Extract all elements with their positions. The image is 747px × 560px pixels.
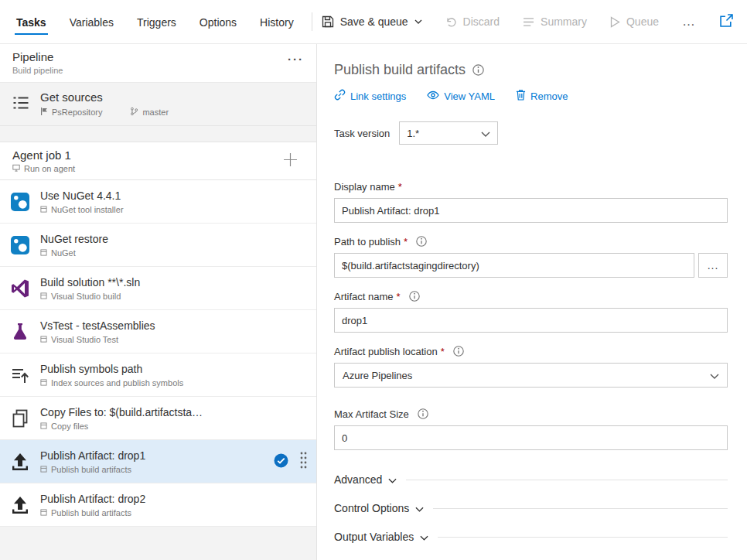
nuget-icon [0,235,40,255]
add-task-button[interactable] [283,152,304,169]
chevron-down-icon [481,128,490,139]
summary-list-icon [523,17,534,27]
path-to-publish-input[interactable] [334,253,694,278]
field-artifact-name: Artifact name * [334,290,728,333]
task-subtitle: Copy files [51,422,88,431]
task-title: Publish Artifact: drop1 [40,449,145,462]
display-name-label: Display name [334,181,395,193]
task-type-icon [40,422,47,431]
task-subtitle: Index sources and publish symbols [51,378,183,388]
fullscreen-expand-icon[interactable] [720,14,733,29]
browse-path-button[interactable]: ... [698,253,728,278]
link-settings-button[interactable]: Link settings [334,89,406,103]
section-advanced[interactable]: Advanced [334,472,728,487]
top-bar: Tasks Variables Triggers Options History… [0,0,747,44]
eye-icon [427,90,439,102]
link-icon [334,89,346,103]
tab-variables[interactable]: Variables [58,0,125,43]
field-display-name: Display name * [334,180,728,223]
task-item-vstest[interactable]: VsTest - testAssemblies Visual Studio Te… [0,310,316,353]
task-subtitle: Publish build artifacts [51,465,131,474]
task-title: Copy Files to: $(build.artifactsta… [40,406,203,418]
more-actions-button[interactable]: … [682,14,696,29]
pipeline-more-button[interactable]: ··· [288,50,304,65]
task-item-publish-artifact-drop1[interactable]: Publish Artifact: drop1 Publish build ar… [0,440,316,483]
agent-job-header[interactable]: Agent job 1 Run on agent [0,142,316,180]
title-info-icon[interactable] [472,64,484,76]
discard-button[interactable]: Discard [445,15,500,28]
publish-symbols-icon [0,365,40,385]
task-item-publish-artifact-drop2[interactable]: Publish Artifact: drop2 Publish build ar… [0,483,316,527]
field-path-to-publish: Path to publish * ... [334,235,728,278]
task-enabled-check-icon [274,453,288,470]
path-info-icon[interactable] [416,236,427,247]
copy-files-icon [0,408,40,429]
task-item-copy-files[interactable]: Copy Files to: $(build.artifactsta… Copy… [0,397,316,440]
tab-options[interactable]: Options [188,0,248,43]
artifact-name-info-icon[interactable] [409,291,420,302]
field-max-artifact-size: Max Artifact Size [334,408,728,450]
test-flask-icon [0,322,40,342]
page-title: Publish build artifacts [334,62,466,78]
task-title: Use NuGet 4.4.1 [40,190,124,202]
get-sources-title: Get sources [40,90,169,104]
tab-history[interactable]: History [248,0,305,43]
pipeline-title: Pipeline [12,50,63,63]
drag-grip-icon[interactable] [300,452,307,471]
summary-button[interactable]: Summary [523,15,587,28]
max-size-info-icon[interactable] [418,408,428,419]
chevron-down-icon [710,370,719,381]
section-control-options[interactable]: Control Options [334,500,728,516]
get-sources-item[interactable]: Get sources PsRepository master [0,83,316,126]
remove-task-button[interactable]: Remove [516,89,568,103]
chevron-down-icon [414,531,428,543]
publish-location-info-icon[interactable] [453,346,464,357]
publish-location-label: Artifact publish location [334,346,438,357]
artifact-name-label: Artifact name [334,291,394,302]
publish-artifact-icon [0,452,40,472]
task-title: NuGet restore [40,233,108,245]
task-version-select[interactable]: 1.* [399,121,498,145]
agent-icon [12,164,20,173]
artifact-name-input[interactable] [334,308,728,333]
visual-studio-icon [0,278,40,299]
task-type-icon [40,248,47,258]
task-type-icon [40,465,47,474]
task-item-publish-symbols[interactable]: Publish symbols path Index sources and p… [0,353,316,397]
chevron-down-icon [382,473,397,486]
section-output-variables[interactable]: Output Variables [334,529,728,545]
pipeline-panel: Pipeline Build pipeline ··· Get sources … [0,44,317,560]
repository-name: PsRepository [52,108,102,117]
max-artifact-size-input[interactable] [334,425,728,450]
max-artifact-size-label: Max Artifact Size [334,408,409,420]
view-yaml-button[interactable]: View YAML [427,90,495,102]
queue-button[interactable]: Queue [610,15,659,28]
task-title: Publish symbols path [40,363,183,375]
task-title: VsTest - testAssemblies [40,319,155,332]
get-sources-icon [12,94,29,114]
pipeline-subtitle: Build pipeline [12,66,63,75]
section-divider [438,537,728,538]
task-action-links: Link settings View YAML Remove [334,89,728,103]
task-title: Build solution **\*.sln [40,276,140,289]
publish-artifact-icon [0,495,40,515]
tab-bar: Tasks Variables Triggers Options History [5,0,305,43]
content-area: Pipeline Build pipeline ··· Get sources … [0,44,747,560]
path-to-publish-label: Path to publish [334,236,401,248]
section-divider [406,480,728,480]
task-item-nuget-restore[interactable]: NuGet restore NuGet [0,224,316,267]
task-item-build-solution[interactable]: Build solution **\*.sln Visual Studio bu… [0,267,316,310]
task-item-use-nuget[interactable]: Use NuGet 4.4.1 NuGet tool installer [0,180,316,224]
task-subtitle: NuGet tool installer [51,205,124,214]
task-type-icon [40,335,47,344]
publish-location-select[interactable]: Azure Pipelines [334,363,728,388]
tab-triggers[interactable]: Triggers [125,0,188,43]
task-subtitle: Visual Studio build [51,292,121,301]
tab-tasks[interactable]: Tasks [5,0,58,43]
trash-icon [516,89,526,103]
task-title: Publish Artifact: drop2 [40,493,145,505]
task-type-icon [40,508,47,517]
save-and-queue-button[interactable]: Save & queue [322,15,422,28]
repository-icon [40,108,48,117]
display-name-input[interactable] [334,198,728,223]
